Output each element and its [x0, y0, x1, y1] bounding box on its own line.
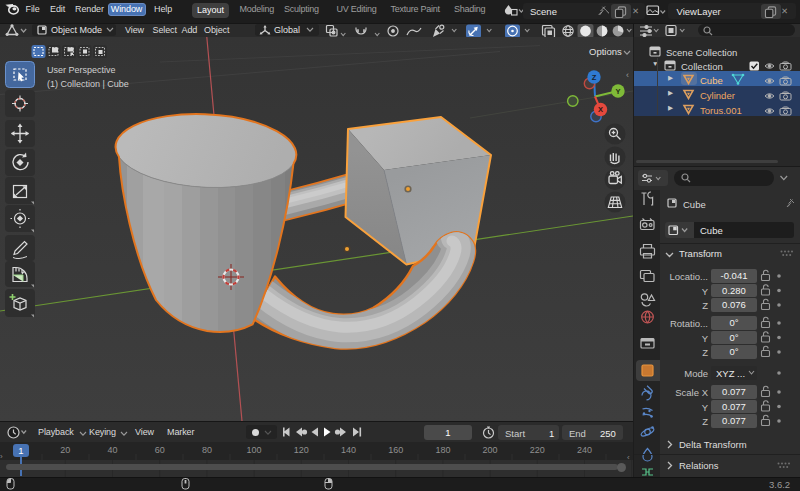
- svg-text:100: 100: [247, 445, 262, 455]
- svg-text:Y: Y: [615, 87, 620, 96]
- svg-text:80: 80: [202, 445, 212, 455]
- svg-text:60: 60: [155, 445, 165, 455]
- svg-text:X: X: [598, 105, 603, 114]
- svg-text:200: 200: [483, 445, 498, 455]
- svg-text:220: 220: [530, 445, 545, 455]
- svg-text:20: 20: [60, 445, 70, 455]
- svg-text:180: 180: [435, 445, 450, 455]
- svg-text:Z: Z: [592, 73, 597, 82]
- svg-text:40: 40: [107, 445, 117, 455]
- svg-text:120: 120: [294, 445, 309, 455]
- svg-text:140: 140: [341, 445, 356, 455]
- svg-text:240: 240: [577, 445, 592, 455]
- svg-text:160: 160: [388, 445, 403, 455]
